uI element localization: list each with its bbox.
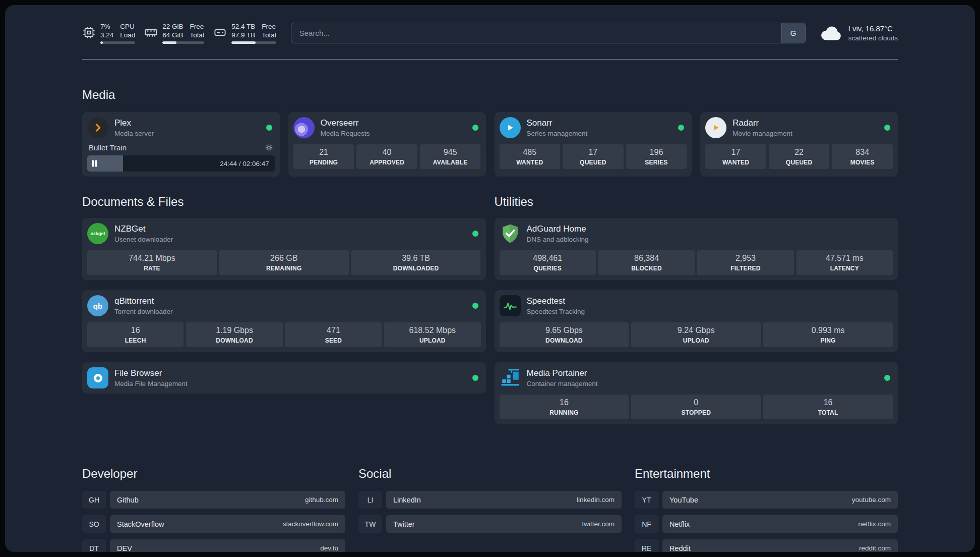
stat-filtered: 2,953 FILTERED: [697, 250, 793, 275]
qbittorrent-card[interactable]: qb qBittorrent Torrent downloader 16 LEE…: [82, 290, 486, 352]
status-dot: [678, 125, 684, 131]
stat-available: 945 AVAILABLE: [420, 144, 481, 169]
stat-pending: 21 PENDING: [293, 144, 354, 169]
adguard-card[interactable]: AdGuard Home DNS and adblocking 498,461 …: [495, 218, 898, 280]
section-title-developer: Developer: [82, 467, 345, 481]
bookmark-stackoverflow[interactable]: SO StackOverflow stackoverflow.com: [82, 515, 345, 533]
stat-stopped: 0 STOPPED: [631, 395, 761, 419]
portainer-card[interactable]: Media Portainer Container management 16 …: [495, 362, 898, 424]
adguard-icon: [500, 223, 521, 244]
status-dot: [472, 303, 478, 309]
bookmark-name: DEV: [117, 544, 132, 552]
service-name: Speedtest: [527, 296, 585, 306]
stat-queries: 498,461 QUERIES: [500, 250, 596, 275]
memory-widget: 22 GiB 64 GiB Free Total: [144, 22, 204, 44]
utilities-section: Utilities AdGuard Home DNS and adblockin…: [495, 177, 898, 434]
gear-icon[interactable]: [265, 143, 273, 152]
bookmark-url: reddit.com: [859, 544, 891, 552]
social-bookmarks: Social LI LinkedIn linkedin.com TW Twitt…: [358, 434, 622, 552]
now-playing-title: Bullet Train: [89, 143, 127, 152]
bookmark-name: Github: [117, 496, 139, 504]
status-dot: [472, 375, 478, 381]
status-dot: [472, 231, 478, 237]
memory-free-value: 22 GiB: [162, 22, 183, 31]
bookmark-url: twitter.com: [582, 520, 615, 528]
dashboard: 7% 3.24 CPU Load: [5, 5, 975, 552]
bookmark-url: youtube.com: [852, 496, 891, 504]
qbittorrent-icon: qb: [87, 295, 108, 316]
cpu-icon: [82, 26, 96, 39]
filebrowser-icon: [87, 367, 108, 388]
bookmark-youtube[interactable]: YT YouTube youtube.com: [635, 491, 898, 509]
disk-free-label: Free: [262, 22, 276, 31]
nzbget-card[interactable]: nzbget NZBGet Usenet downloader 744.21 M…: [82, 218, 486, 280]
stat-rate: 744.21 Mbps RATE: [87, 250, 217, 275]
service-name: Media Portainer: [527, 368, 598, 378]
service-subtitle: Movie management: [732, 130, 792, 137]
plex-card[interactable]: Plex Media server Bullet Train 24:44 / 0…: [82, 112, 280, 177]
memory-icon: [144, 26, 158, 39]
sonarr-card[interactable]: Sonarr Series management 485 WANTED 17 Q…: [495, 112, 692, 177]
stat-queued: 17 QUEUED: [563, 144, 624, 169]
bookmark-linkedin[interactable]: LI LinkedIn linkedin.com: [358, 491, 622, 509]
service-subtitle: Series management: [527, 130, 588, 137]
service-name: Sonarr: [527, 118, 588, 128]
bookmark-reddit[interactable]: RE Reddit reddit.com: [635, 539, 898, 552]
section-title-media: Media: [82, 88, 898, 102]
stat-ping: 0.993 ms PING: [763, 322, 893, 347]
section-title-utilities: Utilities: [495, 195, 898, 209]
bookmark-abbr: GH: [82, 491, 106, 509]
disk-widget: 52.4 TB 97.9 TB Free Total: [213, 22, 276, 44]
bookmark-abbr: TW: [358, 515, 382, 533]
memory-free-label: Free: [190, 22, 205, 31]
service-subtitle: Speedtest Tracking: [527, 308, 585, 315]
service-name: NZBGet: [114, 224, 173, 234]
nzbget-icon: nzbget: [87, 223, 108, 244]
service-name: qBittorrent: [114, 296, 173, 306]
disk-progress-bar: [231, 41, 276, 44]
bookmark-name: Twitter: [393, 520, 415, 528]
pause-button[interactable]: [92, 160, 97, 167]
service-subtitle: Container management: [527, 380, 598, 387]
bookmark-url: linkedin.com: [577, 496, 615, 504]
service-name: File Browser: [114, 368, 188, 378]
disk-total-value: 97.9 TB: [231, 31, 255, 39]
service-name: AdGuard Home: [527, 224, 589, 234]
bookmark-netflix[interactable]: NF Netflix netflix.com: [635, 515, 898, 533]
search-input[interactable]: [291, 23, 781, 43]
bookmark-github[interactable]: GH Github github.com: [82, 491, 345, 509]
stat-total: 16 TOTAL: [763, 395, 893, 419]
documents-section: Documents & Files nzbget NZBGet Usenet d…: [82, 177, 486, 404]
speedtest-icon: [500, 295, 521, 316]
stat-movies: 834 MOVIES: [832, 144, 893, 169]
overseerr-icon: [293, 117, 315, 138]
bookmark-dev[interactable]: DT DEV dev.to: [82, 539, 345, 552]
weather-location: Lviv, 16.87°C: [848, 24, 898, 33]
section-title-entertainment: Entertainment: [635, 467, 898, 481]
search-provider-button[interactable]: G: [781, 23, 805, 43]
bookmark-name: StackOverflow: [117, 520, 164, 528]
playback-time: 24:44 / 02:06:47: [220, 160, 269, 168]
radarr-card[interactable]: Radarr Movie management 17 WANTED 22 QUE…: [700, 112, 898, 177]
service-name: Plex: [114, 118, 154, 128]
service-name: Overseerr: [321, 118, 370, 128]
service-subtitle: DNS and adblocking: [527, 236, 589, 243]
service-subtitle: Media File Management: [114, 380, 188, 387]
stat-downloaded: 39.6 TB DOWNLOADED: [351, 250, 481, 275]
window-frame: 7% 3.24 CPU Load: [0, 0, 980, 557]
stat-queued: 22 QUEUED: [769, 144, 830, 169]
bookmark-twitter[interactable]: TW Twitter twitter.com: [358, 515, 622, 533]
section-title-social: Social: [358, 467, 622, 481]
cpu-load-label: Load: [120, 31, 135, 39]
bookmark-abbr: SO: [82, 515, 106, 533]
stat-remaining: 266 GB REMAINING: [219, 250, 349, 275]
cloud-icon: [819, 25, 842, 41]
filebrowser-card[interactable]: File Browser Media File Management: [82, 362, 486, 394]
speedtest-card[interactable]: Speedtest Speedtest Tracking 9.65 Gbps D…: [495, 290, 898, 352]
cpu-widget: 7% 3.24 CPU Load: [82, 22, 135, 44]
stat-wanted: 485 WANTED: [500, 144, 561, 169]
topbar-divider: [82, 59, 898, 60]
overseerr-card[interactable]: Overseerr Media Requests 21 PENDING 40 A…: [288, 112, 486, 177]
sonarr-icon: [500, 117, 521, 138]
bookmarks: Developer GH Github github.com SO StackO…: [82, 434, 898, 552]
